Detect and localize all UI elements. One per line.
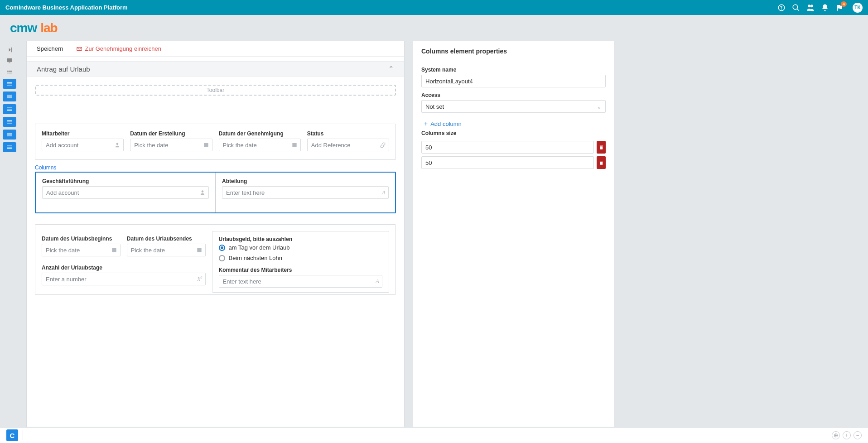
search-icon[interactable]: [792, 4, 800, 12]
delete-column-1-button[interactable]: [597, 141, 606, 154]
beginn-label: Datum des Urlaubsbeginns: [42, 236, 121, 242]
status-label: Status: [307, 130, 389, 137]
logo-lab: lab: [40, 21, 57, 35]
field-group-1: Mitarbeiter Add account Datum der Erstel…: [35, 124, 396, 160]
access-label: Access: [421, 92, 606, 98]
status-input[interactable]: Add Reference: [307, 139, 389, 151]
mitarbeiter-label: Mitarbeiter: [42, 130, 124, 137]
chevron-down-icon: ⌄: [597, 103, 602, 110]
radio-option-1[interactable]: am Tag vor dem Urlaub: [219, 244, 383, 251]
calendar-icon: [111, 247, 117, 253]
radio-icon: [219, 255, 225, 261]
top-bar: Comindware Business Application Platform…: [0, 0, 868, 15]
geschaeftsfuehrung-input[interactable]: Add account: [42, 186, 209, 199]
kommentar-input[interactable]: Enter text here A: [219, 275, 383, 288]
list-icon[interactable]: [5, 67, 14, 76]
user-icon: [114, 142, 121, 148]
ende-input[interactable]: Pick the date: [127, 244, 206, 256]
section-header: Antrag auf Urlaub ⌃: [27, 61, 404, 77]
tage-label: Anzahl der Urlaubstage: [42, 265, 206, 271]
trash-icon: [599, 145, 604, 150]
columns-label: Columns: [35, 164, 396, 171]
add-column-button[interactable]: +Add column: [424, 120, 606, 127]
link-icon: [380, 142, 386, 148]
number-icon: X2: [197, 276, 202, 283]
bottom-bar: C ⊕ + −: [0, 427, 868, 443]
sysname-label: System name: [421, 67, 606, 73]
mitarbeiter-input[interactable]: Add account: [42, 139, 124, 151]
app-title: Comindware Business Application Platform: [5, 4, 777, 11]
bell-icon[interactable]: [821, 4, 829, 12]
text-icon: A: [376, 278, 379, 285]
erstellt-input[interactable]: Pick the date: [130, 139, 212, 151]
layout-item-4[interactable]: [3, 117, 16, 127]
layout-item-1[interactable]: [3, 79, 16, 89]
logo-bar: cmw lab: [0, 15, 868, 41]
tage-input[interactable]: Enter a number X2: [42, 273, 206, 285]
ende-label: Datum des Urlaubsendes: [127, 236, 206, 242]
erstellt-label: Datum der Erstellung: [130, 130, 212, 137]
abteilung-input[interactable]: Enter text here A: [222, 186, 389, 199]
kommentar-label: Kommentar des Mitarbeiters: [219, 267, 383, 273]
columns-element-selected[interactable]: Geschäftsführung Add account Abteilung E…: [35, 172, 396, 213]
calendar-icon: [203, 142, 209, 148]
form-panel: Speichern Zur Genehmigung einreichen Ant…: [26, 41, 405, 427]
users-icon[interactable]: [806, 4, 815, 12]
sysname-input[interactable]: HorizontalLayout4: [421, 75, 606, 87]
zoom-in-icon[interactable]: +: [843, 431, 851, 439]
radio-option-2[interactable]: Beim nächsten Lohn: [219, 255, 383, 261]
notification-badge: 4: [841, 1, 847, 7]
layout-item-3[interactable]: [3, 104, 16, 114]
save-button[interactable]: Speichern: [37, 45, 63, 52]
collapse-icon[interactable]: [5, 45, 14, 54]
zoom-fit-icon[interactable]: ⊕: [832, 431, 840, 439]
text-icon: A: [382, 189, 386, 196]
flag-icon[interactable]: 4: [835, 4, 844, 12]
properties-panel: Columns element properties System name H…: [413, 41, 614, 427]
zoom-controls: ⊕ + −: [832, 431, 862, 439]
beginn-input[interactable]: Pick the date: [42, 244, 121, 256]
abteilung-label: Abteilung: [222, 178, 389, 184]
bottom-spacer: [23, 430, 827, 440]
layout-item-6[interactable]: [3, 142, 16, 152]
help-icon[interactable]: [777, 4, 786, 12]
app-badge[interactable]: C: [6, 429, 18, 441]
size-input-1[interactable]: 50: [421, 141, 594, 154]
genehmigung-input[interactable]: Pick the date: [219, 139, 301, 151]
trash-icon: [599, 160, 604, 165]
chevron-up-icon[interactable]: ⌃: [388, 65, 394, 73]
urlaubsgeld-label: Urlaubsgeld, bitte auszahlen: [219, 236, 383, 242]
monitor-icon[interactable]: [5, 56, 14, 65]
calendar-icon: [291, 142, 298, 148]
size-input-2[interactable]: 50: [421, 156, 594, 169]
section-title: Antrag auf Urlaub: [37, 65, 90, 73]
columns-size-label: Columns size: [421, 130, 606, 136]
geschaeftsfuehrung-label: Geschäftsführung: [42, 178, 209, 184]
access-select[interactable]: Not set ⌄: [421, 100, 606, 113]
plus-icon: +: [424, 120, 428, 127]
layout-item-5[interactable]: [3, 130, 16, 140]
workspace: Speichern Zur Genehmigung einreichen Ant…: [0, 41, 868, 427]
delete-column-2-button[interactable]: [597, 156, 606, 169]
logo-cmw: cmw: [10, 21, 37, 35]
content-area: Speichern Zur Genehmigung einreichen Ant…: [19, 41, 868, 427]
submit-approval-button[interactable]: Zur Genehmigung einreichen: [76, 45, 161, 52]
layout-item-2[interactable]: [3, 91, 16, 101]
sidebar: [0, 41, 19, 427]
zoom-out-icon[interactable]: −: [854, 431, 862, 439]
topbar-icons: 4 TK: [777, 3, 863, 13]
radio-icon: [219, 245, 225, 251]
user-icon: [199, 189, 206, 196]
user-avatar[interactable]: TK: [853, 3, 863, 13]
mail-icon: [76, 46, 82, 52]
form-toolbar: Speichern Zur Genehmigung einreichen: [27, 41, 404, 57]
toolbar-dropzone[interactable]: Toolbar: [35, 85, 396, 96]
submit-label: Zur Genehmigung einreichen: [85, 45, 161, 52]
calendar-icon: [196, 247, 203, 253]
form-body: Toolbar Mitarbeiter Add account Datum de: [27, 77, 404, 427]
genehmigung-label: Datum der Genehmigung: [219, 130, 301, 137]
properties-title: Columns element properties: [421, 48, 606, 55]
